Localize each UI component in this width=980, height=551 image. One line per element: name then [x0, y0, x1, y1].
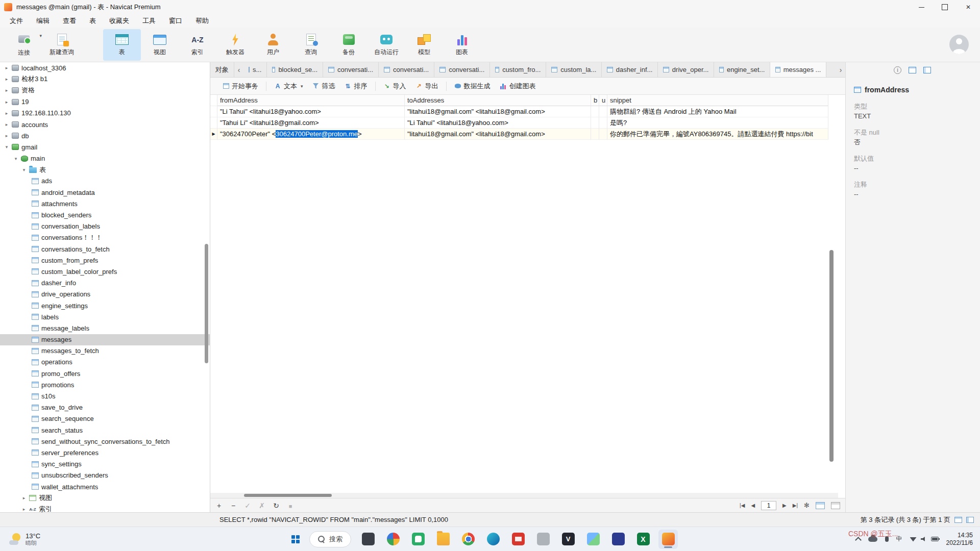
discard-changes-button[interactable] — [258, 502, 265, 510]
sidebar-connection[interactable]: 19 — [0, 96, 210, 108]
toolbar-new-query[interactable]: 新建查询 — [43, 29, 81, 61]
tab-conversation[interactable]: conversati... — [434, 62, 490, 77]
user-avatar[interactable] — [949, 35, 969, 54]
sidebar-table[interactable]: conversations_to_fetch — [0, 243, 210, 255]
tab-custom-from[interactable]: custom_fro... — [490, 62, 546, 77]
cell-b[interactable] — [591, 117, 599, 129]
tab-scroll-left-icon[interactable] — [234, 62, 243, 77]
browser-app-icon[interactable] — [383, 530, 403, 549]
chrome-icon[interactable] — [458, 530, 478, 549]
export-button[interactable]: ↗导出 — [411, 80, 443, 93]
sidebar-table[interactable]: dasher_info — [0, 278, 210, 289]
refresh-button[interactable] — [273, 502, 280, 510]
text-mode-button[interactable]: A文本▾ — [270, 80, 308, 93]
cell-fromAddress[interactable]: "Tahui Li" <litahui18@gmail.com> — [217, 117, 405, 129]
grid-panel-icon[interactable] — [909, 67, 916, 73]
grid-view-toggle[interactable] — [816, 502, 825, 509]
sidebar-table[interactable]: conversation_labels — [0, 221, 210, 232]
cell-toAddresses[interactable]: "litahui18@gmail.com" <litahui18@gmail.c… — [405, 129, 591, 140]
cell-snippet[interactable]: 你的郵件已準備完畢，編號AY806369745。請點選連結付費 https://… — [607, 129, 828, 140]
sidebar-connection[interactable]: accounts — [0, 119, 210, 130]
sidebar-views-node[interactable]: 视图 — [0, 492, 210, 504]
sidebar-connection-gmail[interactable]: gmail — [0, 141, 210, 153]
sidebar-table[interactable]: promo_offers — [0, 368, 210, 379]
tab-custom-label[interactable]: custom_la... — [546, 62, 602, 77]
toolbar-automation[interactable]: 自动运行 — [368, 29, 405, 61]
tab-scroll-right-icon[interactable] — [836, 62, 845, 77]
chevron-right-icon[interactable] — [4, 65, 9, 70]
sidebar-table[interactable]: custom_from_prefs — [0, 255, 210, 266]
toolbar-index[interactable]: A-Z索引 — [179, 29, 216, 61]
settings-gear-icon[interactable] — [804, 502, 810, 509]
wechat-app-icon[interactable] — [408, 530, 428, 549]
navicat-app-icon[interactable] — [658, 530, 678, 549]
sidebar-table[interactable]: blocked_senders — [0, 209, 210, 220]
toolbar-connection[interactable]: 连接 — [5, 29, 43, 61]
toolbar-query[interactable]: 查询 — [292, 29, 330, 61]
menu-tools[interactable]: 工具 — [136, 14, 162, 28]
sidebar-table[interactable]: custom_label_color_prefs — [0, 266, 210, 277]
chevron-right-icon[interactable] — [4, 122, 9, 127]
weather-widget[interactable]: 13°C 晴朗 — [5, 527, 44, 551]
chevron-right-icon[interactable] — [4, 133, 9, 138]
file-explorer-icon[interactable] — [433, 530, 453, 549]
taskbar-search[interactable]: 搜索 — [309, 531, 351, 547]
column-header-u[interactable]: u — [599, 95, 607, 106]
clock[interactable]: 14:35 2022/11/6 — [946, 532, 973, 547]
chevron-down-icon[interactable] — [4, 144, 9, 149]
grid-view-icon[interactable] — [954, 517, 962, 523]
sidebar-table[interactable]: operations — [0, 357, 210, 368]
sidebar-table[interactable]: conversations！！！ — [0, 232, 210, 243]
cell-b[interactable] — [591, 106, 599, 117]
sidebar-table[interactable]: android_metadata — [0, 187, 210, 198]
edge-icon[interactable] — [483, 530, 503, 549]
menu-view[interactable]: 查看 — [56, 14, 83, 28]
toolbar-backup[interactable]: 备份 — [330, 29, 368, 61]
apply-changes-button[interactable] — [244, 502, 251, 510]
data-generation-button[interactable]: 数据生成 — [450, 80, 495, 93]
sidebar-table[interactable]: save_to_drive — [0, 402, 210, 413]
page-number-input[interactable] — [761, 501, 776, 510]
column-header-fromAddress[interactable]: fromAddress — [217, 95, 405, 106]
sidebar-database-main[interactable]: main — [0, 153, 210, 164]
menu-help[interactable]: 帮助 — [189, 14, 215, 28]
close-button[interactable] — [957, 0, 980, 14]
chevron-down-icon[interactable] — [21, 167, 27, 172]
menu-favorites[interactable]: 收藏夹 — [103, 14, 136, 28]
sidebar-scrollbar[interactable] — [205, 244, 208, 363]
sidebar-table[interactable]: wallet_attachments — [0, 481, 210, 492]
tab-conversation[interactable]: conversati... — [379, 62, 434, 77]
cell-b[interactable] — [591, 129, 599, 140]
sidebar-table[interactable]: messages_to_fetch — [0, 345, 210, 357]
column-header-b[interactable]: b — [591, 95, 599, 106]
sidebar-table-ads[interactable]: ads — [0, 176, 210, 187]
previous-page-button[interactable] — [751, 503, 755, 508]
sidebar-table[interactable]: search_sequence — [0, 413, 210, 424]
create-chart-button[interactable]: 创建图表 — [495, 80, 541, 93]
network-volume-battery-group[interactable] — [910, 537, 939, 542]
sidebar-table[interactable]: unsubscribed_senders — [0, 470, 210, 481]
tab-drive-operations[interactable]: drive_oper... — [658, 62, 714, 77]
begin-transaction-button[interactable]: 开始事务 — [218, 80, 263, 93]
chevron-down-icon[interactable] — [13, 156, 18, 161]
menu-table[interactable]: 表 — [83, 14, 103, 28]
stop-button[interactable] — [287, 502, 294, 510]
sidebar-table[interactable]: promotions — [0, 379, 210, 390]
sidebar-table[interactable]: server_preferences — [0, 447, 210, 458]
next-page-button[interactable] — [782, 503, 787, 508]
cell-u[interactable] — [599, 106, 607, 117]
tab-engine-settings[interactable]: engine_set... — [714, 62, 770, 77]
column-header-toAddresses[interactable]: toAddresses — [405, 95, 591, 106]
vertical-scrollbar[interactable] — [829, 250, 834, 462]
selected-text[interactable]: 30624700Peter@proton.me — [276, 130, 358, 138]
scrollbar-thumb[interactable] — [244, 494, 332, 497]
chevron-right-icon[interactable] — [4, 111, 9, 116]
grid-row-current[interactable]: "30624700Peter" <30624700Peter@proton.me… — [210, 129, 828, 140]
menu-edit[interactable]: 编辑 — [30, 14, 56, 28]
pdf-app-icon[interactable] — [508, 530, 528, 549]
sidebar-table[interactable]: attachments — [0, 198, 210, 209]
sidebar-connection[interactable]: db — [0, 130, 210, 141]
menu-window[interactable]: 窗口 — [162, 14, 189, 28]
chevron-right-icon[interactable] — [21, 507, 27, 512]
tab-partial[interactable]: s... — [243, 62, 267, 77]
